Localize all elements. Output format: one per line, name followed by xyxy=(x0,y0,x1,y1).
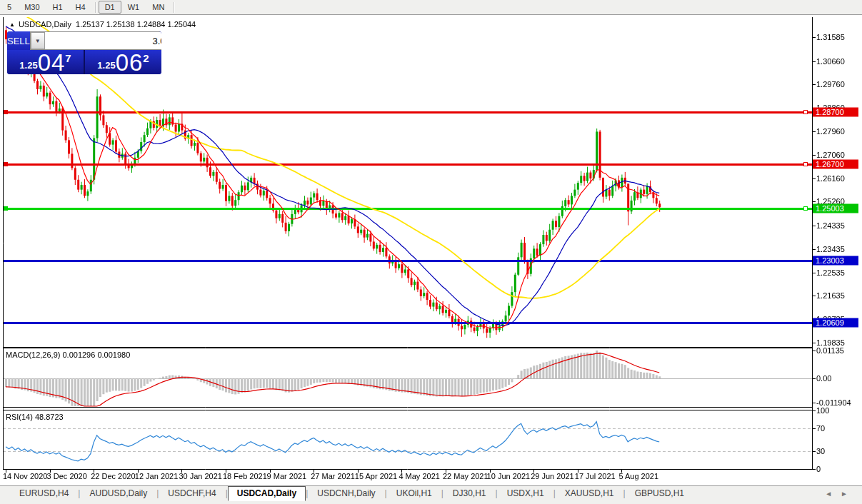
sell-price-big: 04 xyxy=(38,52,66,74)
chart-canvas[interactable] xyxy=(0,0,862,504)
price-axis-tick: 1.22535 xyxy=(816,268,845,277)
tab-eurusd-h4[interactable]: EURUSD,H4 xyxy=(10,486,78,501)
sell-price-sup: 7 xyxy=(65,52,71,64)
price-axis-tick: 1.26160 xyxy=(816,174,845,183)
date-axis-label: 4 May 2021 xyxy=(399,472,439,480)
hline-price-label[interactable]: 1.20609 xyxy=(813,318,858,327)
timeframe-button-m30[interactable]: M30 xyxy=(18,1,46,14)
macd-indicator-label: MACD(12,26,9) 0.001296 0.001980 xyxy=(6,351,130,359)
rsi-axis-tick: 30 xyxy=(816,447,825,455)
rsi-indicator-label: RSI(14) 48.8723 xyxy=(6,413,64,421)
date-axis-label: 15 Apr 2021 xyxy=(355,472,397,480)
date-axis-label: 18 Feb 2021 xyxy=(223,472,267,480)
symbol-period-label: USDCAD,Daily xyxy=(19,20,71,29)
timeframe-button-w1[interactable]: W1 xyxy=(121,1,146,14)
sell-quote-box[interactable]: 1.25 04 7 xyxy=(7,50,85,74)
price-axis-tick: 1.23435 xyxy=(816,245,845,253)
symbol-tabbar: EURUSD,H4|AUDUSD,Daily|USDCHF,H4|USDCAD,… xyxy=(0,485,862,504)
rsi-axis-tick: 100 xyxy=(816,406,829,415)
toolbar-separator xyxy=(95,2,96,13)
price-axis-tick: 1.19835 xyxy=(816,338,845,347)
buy-price-small: 1.25 xyxy=(97,60,115,71)
sell-button[interactable]: SELL xyxy=(7,31,30,50)
one-click-trading-panel: SELL ▼ ▲ BUY 1.25 04 7 1.25 06 2 xyxy=(7,31,161,74)
date-axis-label: 10 Jun 2021 xyxy=(487,472,531,480)
price-axis-tick: 1.24335 xyxy=(816,221,845,230)
timeframe-button-mn[interactable]: MN xyxy=(146,1,171,14)
date-axis-label: 5 Aug 2021 xyxy=(618,472,658,480)
ohlc-values: 1.25137 1.25138 1.24884 1.25044 xyxy=(76,20,196,29)
date-axis-label: 17 Jul 2021 xyxy=(575,472,616,480)
tab-usdcad-daily[interactable]: USDCAD,Daily xyxy=(228,486,306,501)
date-axis-label: 29 Jun 2021 xyxy=(531,472,574,480)
macd-axis-tick: 0.00 xyxy=(816,374,831,383)
tab-xauusd-h1[interactable]: XAUUSD,H1 xyxy=(556,486,623,501)
timeframe-button-5[interactable]: 5 xyxy=(1,1,18,14)
buy-price-big: 06 xyxy=(116,52,144,74)
chart-title: ▲USDCAD,Daily 1.25137 1.25138 1.24884 1.… xyxy=(9,20,196,29)
volume-input[interactable] xyxy=(45,32,161,49)
sell-price-small: 1.25 xyxy=(19,60,37,71)
date-axis-label: 9 Mar 2021 xyxy=(267,472,307,480)
volume-stepper: ▼ ▲ xyxy=(30,31,161,50)
tab-usdchf-h4[interactable]: USDCHF,H4 xyxy=(159,486,225,501)
toolbar-separator xyxy=(174,2,174,13)
tab-ukoil-h1[interactable]: UKOil,H1 xyxy=(387,486,441,501)
hline-price-label[interactable]: 1.26700 xyxy=(813,159,858,168)
date-axis-label: 22 May 2021 xyxy=(443,472,488,480)
date-axis-label: 30 Jan 2021 xyxy=(179,472,222,480)
tab-audusd-daily[interactable]: AUDUSD,Daily xyxy=(80,486,156,501)
trading-app-window: 5M30H1H4D1W1MN ▲USDCAD,Daily 1.25137 1.2… xyxy=(0,0,862,504)
volume-decrease-icon[interactable]: ▼ xyxy=(31,32,45,49)
tabbar-scroll-arrows[interactable]: ◄► xyxy=(825,490,856,498)
price-axis-tick: 1.27060 xyxy=(816,151,845,159)
buy-price-sup: 2 xyxy=(143,52,149,64)
buy-quote-box[interactable]: 1.25 06 2 xyxy=(85,50,161,74)
date-axis-label: 12 Jan 2021 xyxy=(135,472,179,480)
tab-usdcnh-daily[interactable]: USDCNH,Daily xyxy=(308,486,384,501)
price-axis-tick: 1.31585 xyxy=(816,33,845,41)
price-axis-tick: 1.21635 xyxy=(816,291,845,300)
date-axis-label: 3 Dec 2020 xyxy=(47,472,87,480)
price-axis-tick: 1.30660 xyxy=(816,57,845,66)
macd-axis-tick: 0.01135 xyxy=(816,346,844,355)
rsi-axis-tick: 0 xyxy=(816,465,821,473)
rsi-axis-tick: 70 xyxy=(816,424,825,433)
hline-price-label[interactable]: 1.28700 xyxy=(813,108,858,117)
tab-gbpusd-h1[interactable]: GBPUSD,H1 xyxy=(626,486,693,501)
hline-price-label[interactable]: 1.25003 xyxy=(813,203,858,213)
timeframe-button-h4[interactable]: H4 xyxy=(69,1,92,14)
date-axis-label: 14 Nov 2020 xyxy=(3,472,47,480)
timeframe-button-h1[interactable]: H1 xyxy=(46,1,69,14)
tab-usdx-h1[interactable]: USDX,H1 xyxy=(498,486,553,501)
timeframe-toolbar: 5M30H1H4D1W1MN xyxy=(0,0,862,15)
hline-price-label[interactable]: 1.23003 xyxy=(813,256,858,265)
date-axis-label: 27 Mar 2021 xyxy=(311,472,355,480)
date-axis-label: 22 Dec 2020 xyxy=(91,472,135,480)
tab-dj30-h1[interactable]: DJ30,H1 xyxy=(443,486,496,501)
collapse-arrow-icon[interactable]: ▲ xyxy=(9,21,15,28)
price-axis-tick: 1.29760 xyxy=(816,80,845,89)
price-axis-tick: 1.27960 xyxy=(816,127,845,136)
timeframe-button-d1[interactable]: D1 xyxy=(99,1,121,14)
